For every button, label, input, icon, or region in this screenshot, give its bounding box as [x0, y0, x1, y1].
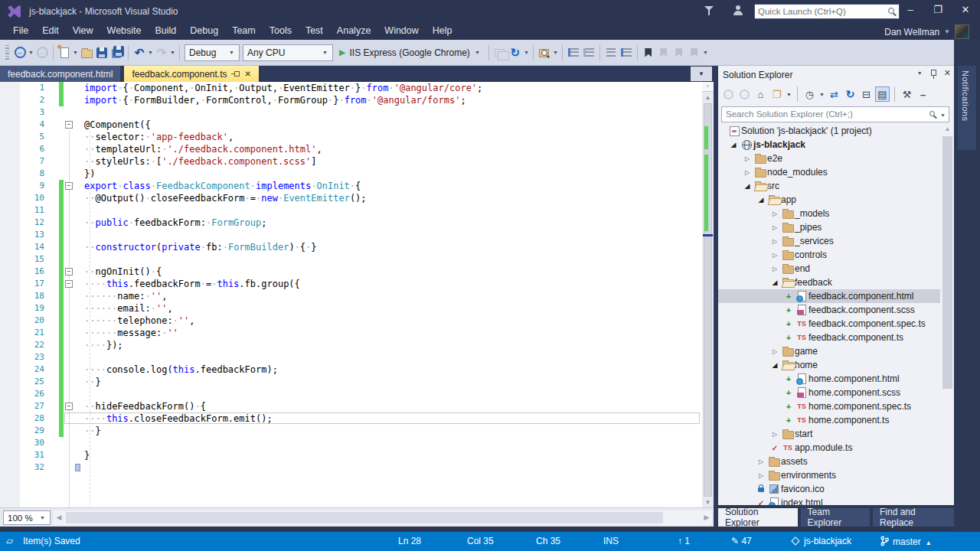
code-line-26[interactable]: 26 — [0, 388, 714, 400]
code-line-31[interactable]: 31} — [0, 449, 714, 461]
attach-process-button[interactable] — [492, 44, 508, 61]
open-file-button[interactable] — [79, 44, 94, 61]
collapse-arrow-icon[interactable]: ◢ — [727, 141, 740, 148]
run-target-dropdown[interactable]: ▼ — [474, 50, 481, 55]
scroll-left-arrow[interactable]: ◀ — [54, 510, 64, 525]
tree-item-home-component-spec-ts[interactable]: +TShome.component.spec.ts — [718, 399, 940, 413]
tree-item-game[interactable]: ▷game — [718, 344, 940, 358]
menu-item-tools[interactable]: Tools — [263, 23, 299, 40]
active-documents-dropdown[interactable]: ▼ — [691, 67, 712, 81]
tree-vertical-scrollbar[interactable]: ▲ — [941, 124, 954, 505]
refresh-button[interactable]: ↻ — [843, 86, 858, 102]
collapse-all-button[interactable]: ⊟ — [859, 86, 874, 102]
split-window-handle[interactable]: ▫ — [702, 82, 714, 92]
editor-zoom-select[interactable]: 100 % ▼ — [3, 510, 51, 525]
expand-arrow-icon[interactable]: ▷ — [769, 348, 781, 355]
save-all-button[interactable] — [109, 44, 125, 61]
menu-item-analyze[interactable]: Analyze — [330, 23, 377, 40]
expand-arrow-icon[interactable]: ▷ — [769, 238, 781, 245]
pending-changes-filter-button[interactable]: ◷ — [802, 86, 817, 102]
home-button[interactable]: ⌂ — [753, 86, 768, 102]
clear-bookmarks-button[interactable] — [687, 44, 702, 61]
code-line-9[interactable]: 9−export·class·FeedbackComponent·impleme… — [0, 180, 714, 192]
solution-explorer-title-bar[interactable]: Solution Explorer ▼ ✕ — [718, 66, 954, 84]
expand-arrow-icon[interactable]: ▷ — [755, 458, 767, 465]
code-line-8[interactable]: 8}) — [0, 168, 714, 180]
expand-arrow-icon[interactable]: ▷ — [769, 431, 781, 438]
tree-item-src[interactable]: ◢src — [718, 179, 940, 193]
expand-arrow-icon[interactable]: ▷ — [769, 224, 781, 231]
menu-item-build[interactable]: Build — [149, 23, 184, 40]
menu-item-test[interactable]: Test — [299, 23, 330, 40]
code-line-5[interactable]: 5··selector:·'app-feedback', — [0, 131, 714, 143]
code-line-18[interactable]: 18······name:·'', — [0, 290, 714, 302]
tree-item-favicon-ico[interactable]: favicon.ico — [718, 482, 940, 496]
refresh-dropdown[interactable]: ▼ — [523, 50, 530, 55]
code-line-23[interactable]: 23 — [0, 351, 714, 364]
menu-item-help[interactable]: Help — [426, 23, 459, 40]
expand-arrow-icon[interactable]: ▷ — [741, 169, 753, 176]
expand-arrow-icon[interactable]: ▷ — [741, 155, 753, 162]
scroll-down-arrow[interactable]: ▼ — [702, 497, 714, 507]
fold-collapse-button[interactable]: − — [65, 268, 73, 276]
expand-arrow-icon[interactable]: ▷ — [769, 266, 781, 272]
tree-item-start[interactable]: ▷start — [718, 427, 940, 441]
code-line-1[interactable]: 1import·{·Component,·OnInit,·Output,·Eve… — [0, 82, 714, 94]
forward-button[interactable]: → — [737, 86, 752, 102]
menu-item-website[interactable]: Website — [100, 23, 149, 40]
fold-collapse-button[interactable]: − — [65, 182, 73, 190]
tree-item-app[interactable]: ◢app — [718, 193, 940, 207]
code-line-28[interactable]: 28····this.closeFeedbackForm.emit(); — [0, 412, 714, 425]
scroll-up-arrow[interactable]: ▲ — [702, 93, 714, 103]
collapse-arrow-icon[interactable]: ◢ — [769, 361, 781, 369]
tree-item-controls[interactable]: ▷controls — [718, 248, 940, 262]
window-position-dropdown[interactable]: ▼ — [916, 70, 923, 76]
navigate-back-dropdown[interactable]: ▼ — [28, 50, 34, 55]
tree-item-js-blackjack[interactable]: ◢js-blackjack — [718, 138, 940, 152]
pin-icon[interactable] — [931, 70, 936, 76]
code-line-12[interactable]: 12··public·feedbackForm:·FormGroup; — [0, 217, 714, 229]
pin-icon[interactable] — [234, 71, 240, 77]
code-line-21[interactable]: 21······message:·'' — [0, 327, 714, 339]
tree-item-feedback-component-ts[interactable]: +TSfeedback.component.ts — [718, 331, 940, 344]
tree-item-feedback-component-scss[interactable]: +feedback.component.scss — [718, 303, 940, 317]
menu-item-file[interactable]: File — [6, 23, 35, 40]
tab-feedback-component-ts[interactable]: feedback.component.ts ✕ — [124, 66, 258, 82]
tree-item-environments[interactable]: ▷environments — [718, 468, 940, 482]
previous-bookmark-button[interactable] — [656, 44, 671, 61]
user-account[interactable]: Dan Wellman ▼ — [884, 24, 969, 39]
collapse-arrow-icon[interactable]: ◢ — [769, 279, 781, 286]
code-line-15[interactable]: 15 — [0, 253, 714, 266]
tree-item-home-component-ts[interactable]: +TShome.component.ts — [718, 413, 940, 427]
code-line-24[interactable]: 24····console.log(this.feedbackForm); — [0, 364, 714, 376]
tab-team-explorer[interactable]: Team Explorer — [801, 508, 870, 527]
code-line-11[interactable]: 11 — [0, 204, 714, 217]
start-debug-button[interactable]: ▶ IIS Express (Google Chrome) ▼ — [335, 44, 485, 62]
tree-item-end[interactable]: ▷end — [718, 262, 940, 276]
next-bookmark-button[interactable] — [671, 44, 687, 61]
code-line-20[interactable]: 20······telephone:·'', — [0, 315, 714, 327]
code-line-22[interactable]: 22····}); — [0, 339, 714, 351]
toolbar-overflow-dropdown-2[interactable]: ▼ — [702, 50, 709, 55]
tree-item-pipes[interactable]: ▷_pipes — [718, 220, 940, 234]
save-button[interactable] — [94, 44, 109, 61]
menu-item-window[interactable]: Window — [377, 23, 425, 40]
redo-button[interactable]: ↷ — [154, 44, 169, 61]
tree-item-index-html[interactable]: ✓index.html — [718, 496, 940, 505]
code-line-3[interactable]: 3 — [0, 106, 714, 119]
fold-collapse-button[interactable]: − — [65, 280, 73, 288]
code-line-16[interactable]: 16−··ngOnInit()·{ — [0, 266, 714, 278]
code-line-32[interactable]: 32 — [0, 461, 714, 474]
expand-arrow-icon[interactable]: ▷ — [769, 210, 781, 217]
switch-views-button[interactable]: ❐ — [769, 86, 784, 102]
code-line-29[interactable]: 29··} — [0, 425, 714, 437]
scrollbar-thumb[interactable] — [942, 136, 952, 389]
code-line-2[interactable]: 2import·{·FormBuilder,·FormControl,·Form… — [0, 94, 714, 106]
preview-selected-items-button[interactable]: – — [916, 86, 930, 102]
filter-dropdown[interactable]: ▼ — [818, 92, 825, 97]
navigate-forward-button[interactable]: → — [34, 44, 50, 61]
tab-feedback-component-html[interactable]: feedback.component.html — [0, 66, 120, 82]
repository-indicator[interactable]: js-blackjack — [792, 536, 851, 546]
quick-launch-box[interactable] — [754, 4, 900, 19]
navigate-back-button[interactable]: ← — [12, 44, 28, 61]
